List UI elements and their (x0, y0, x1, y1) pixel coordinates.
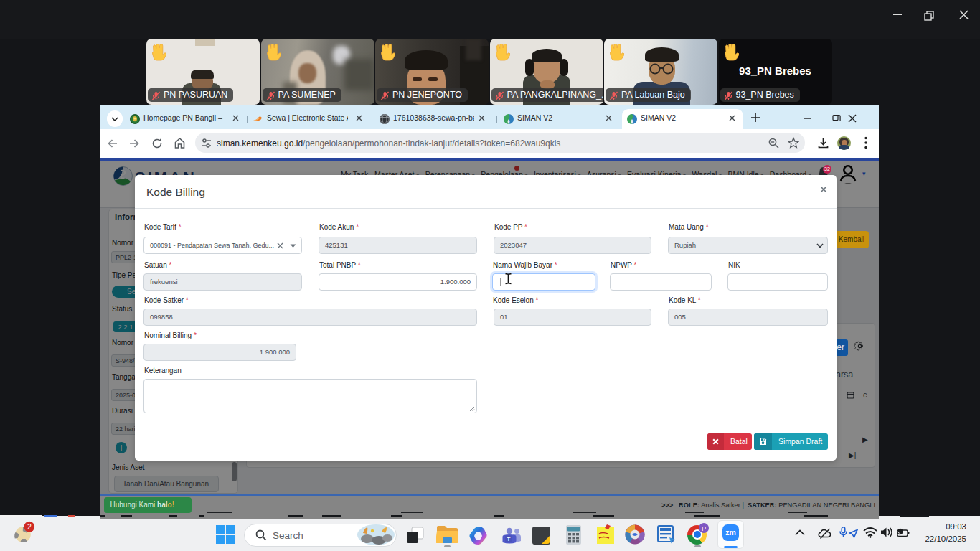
svg-text:P: P (702, 524, 706, 532)
svg-text:2: 2 (27, 522, 32, 530)
svg-text:T: T (507, 536, 511, 542)
